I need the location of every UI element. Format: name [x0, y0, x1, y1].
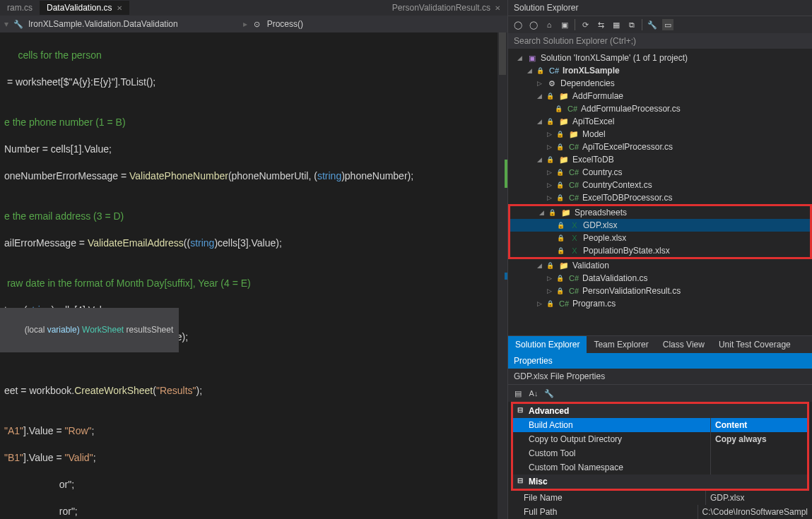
close-icon[interactable]: ✕ [117, 4, 122, 12]
properties-grid[interactable]: Advanced Build Action Content Copy to Ou… [508, 402, 812, 519]
folder-addformulae[interactable]: ◢🔒📁AddFormulae [508, 90, 812, 102]
file-personvalidationresult[interactable]: ▷🔒C#PersonValidationResult.cs [508, 285, 812, 297]
prop-full-path[interactable]: Full Path C:\Code\IronSoftwareSampl [508, 505, 812, 519]
search-input[interactable]: Search Solution Explorer (Ctrl+;) [508, 33, 812, 49]
cs-file-icon: C# [568, 274, 579, 282]
folder-icon: 📁 [558, 261, 570, 270]
cs-file-icon: C# [558, 299, 570, 308]
file-gdp[interactable]: 🔒XGDP.xlsx [510, 219, 810, 232]
explorer-tab-bar: Solution Explorer Team Explorer Class Vi… [508, 335, 812, 353]
solution-toolbar: ◯ ◯ ⌂ ▣ ⟳ ⇆ ▦ ⧉ 🔧 ▭ [508, 16, 812, 33]
scrollbar[interactable] [498, 32, 507, 519]
folder-icon: 📁 [558, 92, 570, 101]
tab-solution-explorer[interactable]: Solution Explorer [508, 336, 587, 353]
file-addformulae-processor[interactable]: 🔒C#AddFormulaeProcessor.cs [508, 102, 812, 115]
solution-explorer-title: Solution Explorer [508, 0, 812, 16]
folder-icon: 📁 [558, 155, 570, 165]
cs-file-icon: C# [568, 143, 579, 151]
folder-model[interactable]: ▷🔒📁Model [508, 128, 812, 141]
tab-program[interactable]: ram.cs [0, 1, 40, 15]
tab-person-validation[interactable]: PersonValidationResult.cs✕ [385, 1, 507, 15]
cs-file-icon: C# [568, 287, 579, 295]
file-population[interactable]: 🔒XPopulationByState.xlsx [510, 244, 810, 257]
file-exceltodb-processor[interactable]: ▷🔒C#ExcelToDBProcessor.cs [508, 191, 812, 204]
file-people[interactable]: 🔒XPeople.xlsx [510, 232, 810, 244]
right-pane: Solution Explorer ◯ ◯ ⌂ ▣ ⟳ ⇆ ▦ ⧉ 🔧 ▭ Se… [507, 0, 812, 519]
prop-custom-tool[interactable]: Custom Tool [513, 446, 807, 460]
file-countrycontext[interactable]: ▷🔒C#CountryContext.cs [508, 179, 812, 191]
excel-icon: X [569, 234, 580, 242]
collapse-icon[interactable]: ⇆ [595, 19, 606, 30]
properties-icon[interactable]: 🔧 [647, 19, 658, 30]
dependencies-icon: ⚙ [546, 79, 558, 88]
lock-icon: 🔒 [536, 67, 544, 74]
cs-file-icon: C# [568, 193, 579, 202]
copy-icon[interactable]: ⧉ [626, 19, 637, 30]
code-editor[interactable]: cells for the person = worksheet[$"A{y}:… [0, 32, 507, 519]
folder-spreadsheets[interactable]: ◢🔒📁Spreadsheets [510, 206, 810, 219]
tab-class-view[interactable]: Class View [656, 336, 712, 353]
folder-apitoexcel[interactable]: ◢🔒📁ApiToExcel [508, 115, 812, 128]
breadcrumb-namespace[interactable]: IronXLSample.Validation.DataValidation [28, 19, 178, 29]
folder-icon: 📁 [568, 130, 579, 139]
forward-icon[interactable]: ◯ [528, 19, 539, 30]
csharp-project-icon: C# [548, 66, 560, 75]
prop-file-name[interactable]: File Name GDP.xlsx [508, 491, 812, 505]
cs-file-icon: C# [568, 181, 579, 189]
solution-icon: ▣ [526, 54, 538, 63]
folder-icon: 📁 [560, 208, 572, 217]
prop-custom-tool-ns[interactable]: Custom Tool Namespace [513, 460, 807, 475]
close-icon[interactable]: ✕ [495, 4, 500, 12]
category-advanced[interactable]: Advanced [513, 404, 807, 418]
file-country[interactable]: ▷🔒C#Country.cs [508, 166, 812, 179]
sync-icon[interactable]: ▣ [559, 19, 570, 30]
tab-team-explorer[interactable]: Team Explorer [587, 336, 655, 353]
cs-file-icon: C# [568, 168, 579, 177]
categorize-icon[interactable]: ▤ [512, 388, 524, 399]
show-all-icon[interactable]: ▦ [611, 19, 622, 30]
tab-unit-test-coverage[interactable]: Unit Test Coverage [712, 336, 798, 353]
prop-copy-output[interactable]: Copy to Output Directory Copy always [513, 432, 807, 446]
prop-build-action[interactable]: Build Action Content [513, 418, 807, 432]
document-tab-bar: ram.cs DataValidation.cs✕ PersonValidati… [0, 0, 507, 16]
properties-toolbar: ▤ A↓ 🔧 [508, 384, 812, 402]
excel-icon: X [569, 246, 580, 255]
file-program[interactable]: ▷🔒C#Program.cs [508, 297, 812, 310]
preview-icon[interactable]: ▭ [662, 19, 673, 30]
back-icon[interactable]: ◯ [512, 19, 524, 30]
solution-node[interactable]: ◢▣Solution 'IronXLSample' (1 of 1 projec… [508, 52, 812, 64]
folder-icon: 📁 [558, 117, 570, 126]
home-icon[interactable]: ⌂ [543, 19, 555, 30]
folder-validation[interactable]: ◢🔒📁Validation [508, 259, 812, 272]
category-misc[interactable]: Misc [513, 475, 807, 489]
file-apitoexcel-processor[interactable]: ▷🔒C#ApiToExcelProcessor.cs [508, 141, 812, 153]
sort-icon[interactable]: A↓ [528, 388, 539, 399]
excel-icon: X [569, 221, 580, 229]
method-icon: ⊙ [252, 20, 263, 29]
editor-pane: ram.cs DataValidation.cs✕ PersonValidati… [0, 0, 507, 519]
namespace-icon: 🔧 [13, 20, 24, 29]
scroll-thumb[interactable] [499, 32, 506, 75]
folder-exceltodb[interactable]: ◢🔒📁ExcelToDB [508, 153, 812, 166]
properties-title: Properties [508, 353, 812, 369]
breadcrumb[interactable]: ▾ 🔧 IronXLSample.Validation.DataValidati… [0, 16, 507, 32]
file-datavalidation[interactable]: ▷🔒C#DataValidation.cs [508, 272, 812, 285]
intellisense-tooltip: (local variable) WorkSheet resultsSheet [0, 308, 179, 352]
project-node[interactable]: ◢🔒C#IronXLSample [508, 64, 812, 77]
refresh-icon[interactable]: ⟳ [579, 19, 591, 30]
breadcrumb-method[interactable]: Process() [267, 19, 303, 29]
solution-tree[interactable]: ◢▣Solution 'IronXLSample' (1 of 1 projec… [508, 49, 812, 335]
dependencies-node[interactable]: ▷⚙Dependencies [508, 77, 812, 90]
tab-data-validation[interactable]: DataValidation.cs✕ [40, 1, 129, 15]
property-pages-icon[interactable]: 🔧 [543, 388, 555, 399]
cs-file-icon: C# [567, 105, 578, 113]
properties-subtitle: GDP.xlsx File Properties [508, 369, 812, 384]
